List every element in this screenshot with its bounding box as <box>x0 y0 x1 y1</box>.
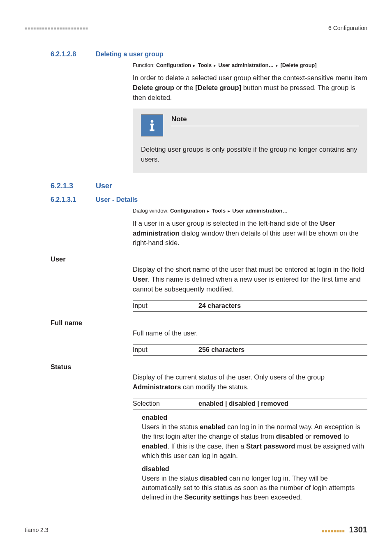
paragraph: Display of the short name of the user th… <box>133 265 367 294</box>
paragraph: In order to delete a selected user group… <box>133 73 367 103</box>
spec-table: Selection enabled | disabled | removed <box>133 398 367 409</box>
breadcrumb-prefix: Function: <box>133 62 156 68</box>
breadcrumb-item: [Delete group] <box>280 62 316 68</box>
paragraph: Full name of the user. <box>133 328 367 338</box>
spec-value: enabled | disabled | removed <box>198 400 288 407</box>
page-footer: tiamo 2.3 ■■■■■■■■ 1301 <box>25 525 367 534</box>
option-description: Users in the status disabled can no long… <box>142 474 367 502</box>
breadcrumb: Dialog window: Configuration ▸ Tools ▸ U… <box>133 208 367 214</box>
option-name: disabled <box>142 465 367 473</box>
section-number: 6.2.1.3.1 <box>51 196 96 204</box>
breadcrumb-item: Configuration <box>156 62 191 68</box>
option-name: enabled <box>142 414 367 421</box>
field-label-fullname: Full name <box>51 319 367 327</box>
note-callout: Note Deleting user groups is only possib… <box>133 109 367 173</box>
chapter-label: 6 Configuration <box>328 25 367 31</box>
note-body: Deleting user groups is only possible if… <box>141 145 359 164</box>
section-heading: 6.2.1.2.8 Deleting a user group <box>51 51 367 58</box>
chevron-right-icon: ▸ <box>274 63 280 68</box>
field-label-status: Status <box>51 363 367 371</box>
chevron-right-icon: ▸ <box>212 63 218 68</box>
paragraph: If a user in a user group is selected in… <box>133 219 367 248</box>
option-enabled: enabled Users in the status enabled can … <box>142 414 367 461</box>
section-title: User - Details <box>96 196 138 204</box>
section-heading: 6.2.1.3.1 User - Details <box>51 196 367 204</box>
header-dots-decoration: ■■■■■■■■■■■■■■■■■■■■■■ <box>25 26 88 30</box>
option-disabled: disabled Users in the status disabled ca… <box>142 465 367 502</box>
breadcrumb-item: Tools <box>212 208 226 214</box>
option-description: Users in the status enabled can log in i… <box>142 422 367 461</box>
section-title: User <box>96 182 112 190</box>
breadcrumb-item: User administration… <box>218 62 274 68</box>
paragraph: Display of the current status of the use… <box>133 372 367 392</box>
breadcrumb-item: User administration… <box>232 208 288 214</box>
section-number: 6.2.1.2.8 <box>51 51 96 58</box>
breadcrumb-item: Configuration <box>170 208 205 214</box>
spec-label: Input <box>133 345 198 356</box>
section-title: Deleting a user group <box>96 51 163 58</box>
page-header: ■■■■■■■■■■■■■■■■■■■■■■ 6 Configuration <box>25 25 367 34</box>
spec-label: Input <box>133 301 198 312</box>
spec-value: 24 characters <box>198 302 241 309</box>
breadcrumb-prefix: Dialog window: <box>133 208 170 214</box>
note-title: Note <box>171 115 359 126</box>
spec-table: Input 24 characters <box>133 300 367 312</box>
spec-value: 256 characters <box>198 346 244 353</box>
spec-label: Selection <box>133 398 198 409</box>
section-number: 6.2.1.3 <box>51 182 96 190</box>
svg-point-0 <box>151 120 154 123</box>
breadcrumb: Function: Configuration ▸ Tools ▸ User a… <box>133 62 367 68</box>
svg-rect-3 <box>150 130 154 131</box>
footer-page-number: 1301 <box>349 525 368 534</box>
breadcrumb-item: Tools <box>198 62 212 68</box>
chevron-right-icon: ▸ <box>205 208 212 213</box>
chevron-right-icon: ▸ <box>226 208 232 213</box>
chevron-right-icon: ▸ <box>191 63 198 68</box>
spec-table: Input 256 characters <box>133 344 367 356</box>
footer-dots-decoration: ■■■■■■■■ <box>322 529 345 533</box>
svg-rect-2 <box>151 124 153 130</box>
section-heading: 6.2.1.3 User <box>51 182 367 190</box>
footer-product: tiamo 2.3 <box>25 527 48 533</box>
field-label-user: User <box>51 255 367 263</box>
info-icon <box>141 114 163 136</box>
